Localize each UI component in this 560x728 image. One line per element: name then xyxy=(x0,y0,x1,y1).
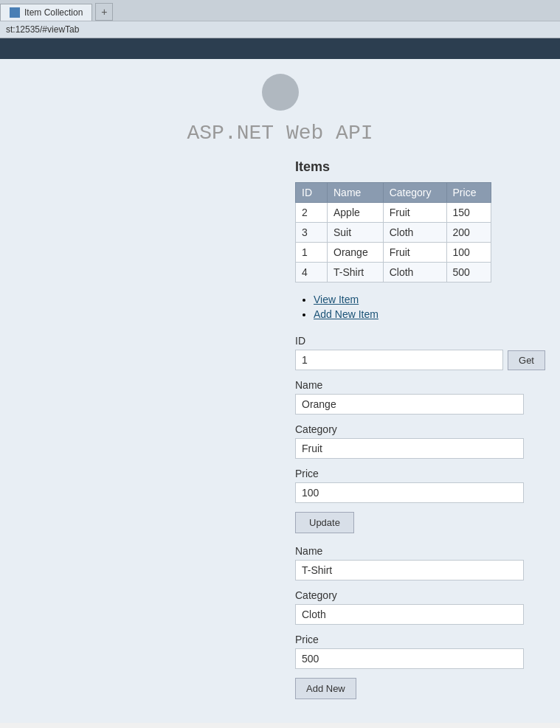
name-label-add: Name xyxy=(295,545,545,557)
address-text: st:12535/#viewTab xyxy=(6,24,79,35)
price-label-add: Price xyxy=(295,634,545,645)
tab-bar: Item Collection + xyxy=(0,0,560,21)
col-header-name: Name xyxy=(328,183,384,203)
items-table: ID Name Category Price 2AppleFruit1503Su… xyxy=(295,182,491,282)
view-item-form: ID Get Name Category xyxy=(295,335,545,545)
price-group-view: Price xyxy=(295,468,545,503)
table-row: 4T-ShirtCloth500 xyxy=(296,263,491,282)
get-button[interactable]: Get xyxy=(508,350,545,370)
price-input-view[interactable] xyxy=(295,482,524,503)
address-bar[interactable]: st:12535/#viewTab xyxy=(0,21,560,38)
table-cell-name: Orange xyxy=(328,243,384,263)
price-group-add: Price xyxy=(295,634,545,669)
add-new-form: Name Category Price Add New xyxy=(295,545,545,699)
category-label-view: Category xyxy=(295,423,545,435)
view-item-link[interactable]: View Item xyxy=(314,294,359,305)
user-avatar xyxy=(262,74,299,111)
name-label-view: Name xyxy=(295,379,545,391)
table-cell-category: Fruit xyxy=(383,203,446,223)
category-input-view[interactable] xyxy=(295,438,524,459)
table-cell-id: 4 xyxy=(296,263,328,282)
table-cell-price: 100 xyxy=(446,243,491,263)
col-header-category: Category xyxy=(383,183,446,203)
name-input-add[interactable] xyxy=(295,560,524,580)
name-group-add: Name xyxy=(295,545,545,580)
app-title: ASP.NET Web API xyxy=(15,122,545,145)
table-cell-category: Cloth xyxy=(383,263,446,282)
list-item: View Item xyxy=(314,294,545,305)
table-cell-id: 2 xyxy=(296,203,328,223)
table-cell-id: 3 xyxy=(296,223,328,243)
col-header-id: ID xyxy=(296,183,328,203)
table-cell-category: Cloth xyxy=(383,223,446,243)
table-cell-price: 200 xyxy=(446,223,491,243)
table-cell-price: 150 xyxy=(446,203,491,223)
tab-label: Item Collection xyxy=(24,7,83,18)
nav-bar xyxy=(0,38,560,59)
new-tab-button[interactable]: + xyxy=(95,3,113,21)
table-row: 1OrangeFruit100 xyxy=(296,243,491,263)
main-container: ASP.NET Web API Items ID Name Category P… xyxy=(0,74,560,699)
new-tab-icon: + xyxy=(101,6,107,18)
id-row: Get xyxy=(295,350,545,370)
list-item: Add New Item xyxy=(314,308,545,320)
table-cell-category: Fruit xyxy=(383,243,446,263)
name-input-view[interactable] xyxy=(295,394,524,415)
browser-chrome: Item Collection + st:12535/#viewTab xyxy=(0,0,560,38)
table-row: 2AppleFruit150 xyxy=(296,203,491,223)
category-label-add: Category xyxy=(295,589,545,601)
table-cell-name: Suit xyxy=(328,223,384,243)
add-new-item-link[interactable]: Add New Item xyxy=(314,308,378,320)
category-group-add: Category xyxy=(295,589,545,625)
id-input[interactable] xyxy=(295,350,503,370)
active-tab[interactable]: Item Collection xyxy=(0,4,92,21)
category-group-view: Category xyxy=(295,423,545,459)
col-header-price: Price xyxy=(446,183,491,203)
id-label: ID xyxy=(295,335,545,347)
update-button[interactable]: Update xyxy=(295,512,354,533)
items-heading: Items xyxy=(295,159,545,175)
price-input-add[interactable] xyxy=(295,648,524,669)
links-list: View Item Add New Item xyxy=(295,294,545,320)
table-cell-id: 1 xyxy=(296,243,328,263)
table-cell-name: T-Shirt xyxy=(328,263,384,282)
table-row: 3SuitCloth200 xyxy=(296,223,491,243)
name-group-view: Name xyxy=(295,379,545,415)
category-input-add[interactable] xyxy=(295,604,524,625)
page-content: ASP.NET Web API Items ID Name Category P… xyxy=(0,59,560,723)
add-new-button[interactable]: Add New xyxy=(295,678,356,699)
table-cell-name: Apple xyxy=(328,203,384,223)
price-label-view: Price xyxy=(295,468,545,479)
id-group: ID Get xyxy=(295,335,545,370)
tab-favicon xyxy=(10,7,20,18)
content-wrapper: Items ID Name Category Price 2AppleFruit… xyxy=(15,159,545,699)
table-cell-price: 500 xyxy=(446,263,491,282)
table-body: 2AppleFruit1503SuitCloth2001OrangeFruit1… xyxy=(296,203,491,282)
